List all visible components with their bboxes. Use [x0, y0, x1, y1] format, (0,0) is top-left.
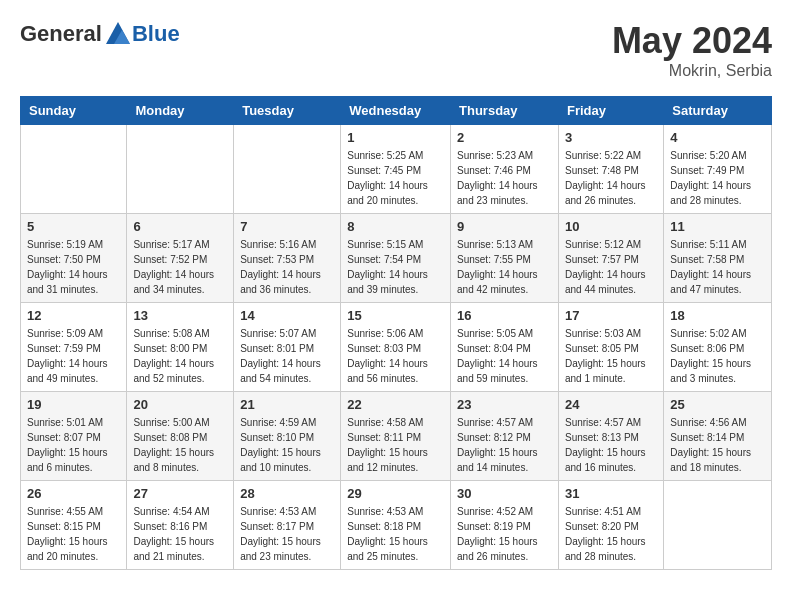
day-number: 31 — [565, 486, 657, 501]
calendar-cell: 2Sunrise: 5:23 AM Sunset: 7:46 PM Daylig… — [451, 125, 559, 214]
day-header-friday: Friday — [558, 97, 663, 125]
day-info: Sunrise: 4:59 AM Sunset: 8:10 PM Dayligh… — [240, 415, 334, 475]
day-info: Sunrise: 5:16 AM Sunset: 7:53 PM Dayligh… — [240, 237, 334, 297]
day-info: Sunrise: 4:57 AM Sunset: 8:13 PM Dayligh… — [565, 415, 657, 475]
day-info: Sunrise: 5:20 AM Sunset: 7:49 PM Dayligh… — [670, 148, 765, 208]
calendar-cell: 27Sunrise: 4:54 AM Sunset: 8:16 PM Dayli… — [127, 481, 234, 570]
calendar-cell — [127, 125, 234, 214]
day-info: Sunrise: 5:23 AM Sunset: 7:46 PM Dayligh… — [457, 148, 552, 208]
day-number: 15 — [347, 308, 444, 323]
day-info: Sunrise: 4:54 AM Sunset: 8:16 PM Dayligh… — [133, 504, 227, 564]
calendar-cell: 10Sunrise: 5:12 AM Sunset: 7:57 PM Dayli… — [558, 214, 663, 303]
day-number: 6 — [133, 219, 227, 234]
logo-general: General — [20, 21, 102, 47]
day-number: 20 — [133, 397, 227, 412]
calendar-header-row: SundayMondayTuesdayWednesdayThursdayFrid… — [21, 97, 772, 125]
calendar-cell: 3Sunrise: 5:22 AM Sunset: 7:48 PM Daylig… — [558, 125, 663, 214]
day-number: 25 — [670, 397, 765, 412]
day-number: 2 — [457, 130, 552, 145]
day-info: Sunrise: 5:07 AM Sunset: 8:01 PM Dayligh… — [240, 326, 334, 386]
calendar-cell: 15Sunrise: 5:06 AM Sunset: 8:03 PM Dayli… — [341, 303, 451, 392]
calendar-cell: 31Sunrise: 4:51 AM Sunset: 8:20 PM Dayli… — [558, 481, 663, 570]
month-year: May 2024 — [612, 20, 772, 62]
day-header-thursday: Thursday — [451, 97, 559, 125]
day-info: Sunrise: 4:53 AM Sunset: 8:17 PM Dayligh… — [240, 504, 334, 564]
calendar-cell: 6Sunrise: 5:17 AM Sunset: 7:52 PM Daylig… — [127, 214, 234, 303]
day-number: 26 — [27, 486, 120, 501]
day-number: 13 — [133, 308, 227, 323]
calendar-cell: 18Sunrise: 5:02 AM Sunset: 8:06 PM Dayli… — [664, 303, 772, 392]
calendar-cell: 9Sunrise: 5:13 AM Sunset: 7:55 PM Daylig… — [451, 214, 559, 303]
calendar-cell: 20Sunrise: 5:00 AM Sunset: 8:08 PM Dayli… — [127, 392, 234, 481]
calendar-cell: 11Sunrise: 5:11 AM Sunset: 7:58 PM Dayli… — [664, 214, 772, 303]
calendar-week-row: 1Sunrise: 5:25 AM Sunset: 7:45 PM Daylig… — [21, 125, 772, 214]
calendar-cell: 16Sunrise: 5:05 AM Sunset: 8:04 PM Dayli… — [451, 303, 559, 392]
day-info: Sunrise: 4:53 AM Sunset: 8:18 PM Dayligh… — [347, 504, 444, 564]
logo: General Blue — [20, 20, 180, 48]
calendar-cell: 1Sunrise: 5:25 AM Sunset: 7:45 PM Daylig… — [341, 125, 451, 214]
calendar-week-row: 26Sunrise: 4:55 AM Sunset: 8:15 PM Dayli… — [21, 481, 772, 570]
calendar-cell: 30Sunrise: 4:52 AM Sunset: 8:19 PM Dayli… — [451, 481, 559, 570]
day-number: 9 — [457, 219, 552, 234]
day-number: 11 — [670, 219, 765, 234]
day-number: 7 — [240, 219, 334, 234]
day-header-monday: Monday — [127, 97, 234, 125]
day-info: Sunrise: 5:11 AM Sunset: 7:58 PM Dayligh… — [670, 237, 765, 297]
day-number: 23 — [457, 397, 552, 412]
calendar-cell: 19Sunrise: 5:01 AM Sunset: 8:07 PM Dayli… — [21, 392, 127, 481]
day-info: Sunrise: 5:19 AM Sunset: 7:50 PM Dayligh… — [27, 237, 120, 297]
day-number: 3 — [565, 130, 657, 145]
day-number: 10 — [565, 219, 657, 234]
day-info: Sunrise: 5:17 AM Sunset: 7:52 PM Dayligh… — [133, 237, 227, 297]
day-number: 17 — [565, 308, 657, 323]
calendar-cell — [664, 481, 772, 570]
day-number: 19 — [27, 397, 120, 412]
day-info: Sunrise: 5:12 AM Sunset: 7:57 PM Dayligh… — [565, 237, 657, 297]
day-info: Sunrise: 4:58 AM Sunset: 8:11 PM Dayligh… — [347, 415, 444, 475]
day-number: 8 — [347, 219, 444, 234]
day-header-wednesday: Wednesday — [341, 97, 451, 125]
day-number: 12 — [27, 308, 120, 323]
day-info: Sunrise: 5:15 AM Sunset: 7:54 PM Dayligh… — [347, 237, 444, 297]
calendar-cell — [234, 125, 341, 214]
calendar-cell — [21, 125, 127, 214]
calendar-cell: 13Sunrise: 5:08 AM Sunset: 8:00 PM Dayli… — [127, 303, 234, 392]
calendar-cell: 14Sunrise: 5:07 AM Sunset: 8:01 PM Dayli… — [234, 303, 341, 392]
day-info: Sunrise: 4:56 AM Sunset: 8:14 PM Dayligh… — [670, 415, 765, 475]
calendar-cell: 8Sunrise: 5:15 AM Sunset: 7:54 PM Daylig… — [341, 214, 451, 303]
day-info: Sunrise: 4:51 AM Sunset: 8:20 PM Dayligh… — [565, 504, 657, 564]
day-info: Sunrise: 5:08 AM Sunset: 8:00 PM Dayligh… — [133, 326, 227, 386]
day-number: 1 — [347, 130, 444, 145]
day-info: Sunrise: 5:01 AM Sunset: 8:07 PM Dayligh… — [27, 415, 120, 475]
day-info: Sunrise: 5:06 AM Sunset: 8:03 PM Dayligh… — [347, 326, 444, 386]
calendar-cell: 12Sunrise: 5:09 AM Sunset: 7:59 PM Dayli… — [21, 303, 127, 392]
calendar-cell: 25Sunrise: 4:56 AM Sunset: 8:14 PM Dayli… — [664, 392, 772, 481]
calendar-cell: 7Sunrise: 5:16 AM Sunset: 7:53 PM Daylig… — [234, 214, 341, 303]
calendar-cell: 4Sunrise: 5:20 AM Sunset: 7:49 PM Daylig… — [664, 125, 772, 214]
day-number: 21 — [240, 397, 334, 412]
day-header-saturday: Saturday — [664, 97, 772, 125]
day-info: Sunrise: 4:52 AM Sunset: 8:19 PM Dayligh… — [457, 504, 552, 564]
title-block: May 2024 Mokrin, Serbia — [612, 20, 772, 80]
day-number: 24 — [565, 397, 657, 412]
calendar-week-row: 19Sunrise: 5:01 AM Sunset: 8:07 PM Dayli… — [21, 392, 772, 481]
day-info: Sunrise: 5:00 AM Sunset: 8:08 PM Dayligh… — [133, 415, 227, 475]
day-header-sunday: Sunday — [21, 97, 127, 125]
day-info: Sunrise: 4:57 AM Sunset: 8:12 PM Dayligh… — [457, 415, 552, 475]
calendar-cell: 17Sunrise: 5:03 AM Sunset: 8:05 PM Dayli… — [558, 303, 663, 392]
day-number: 30 — [457, 486, 552, 501]
day-info: Sunrise: 5:02 AM Sunset: 8:06 PM Dayligh… — [670, 326, 765, 386]
day-info: Sunrise: 5:03 AM Sunset: 8:05 PM Dayligh… — [565, 326, 657, 386]
day-number: 5 — [27, 219, 120, 234]
day-number: 16 — [457, 308, 552, 323]
calendar-table: SundayMondayTuesdayWednesdayThursdayFrid… — [20, 96, 772, 570]
day-number: 29 — [347, 486, 444, 501]
day-number: 4 — [670, 130, 765, 145]
day-header-tuesday: Tuesday — [234, 97, 341, 125]
calendar-cell: 26Sunrise: 4:55 AM Sunset: 8:15 PM Dayli… — [21, 481, 127, 570]
day-number: 18 — [670, 308, 765, 323]
calendar-week-row: 12Sunrise: 5:09 AM Sunset: 7:59 PM Dayli… — [21, 303, 772, 392]
day-info: Sunrise: 5:22 AM Sunset: 7:48 PM Dayligh… — [565, 148, 657, 208]
logo-blue: Blue — [132, 21, 180, 47]
day-number: 27 — [133, 486, 227, 501]
